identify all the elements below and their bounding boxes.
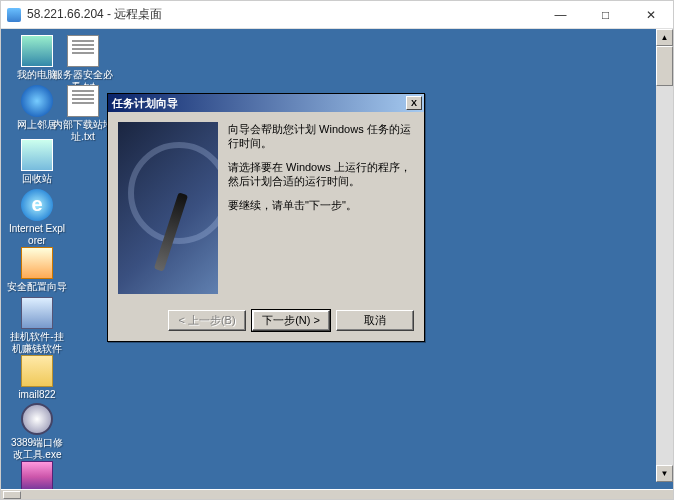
- dialog-title: 任务计划向导: [112, 96, 178, 111]
- scroll-up-button[interactable]: ▲: [656, 29, 673, 46]
- wizard-text: 向导会帮助您计划 Windows 任务的运行时间。 请选择要在 Windows …: [228, 122, 414, 294]
- remote-desktop[interactable]: 我的电脑服务器安全必看.txt网上邻居内部下载站地址.txt回收站Interne…: [1, 29, 673, 499]
- txt-icon: [67, 85, 99, 117]
- desktop-icon-label: 安全配置向导: [7, 281, 67, 293]
- recycle-icon: [21, 139, 53, 171]
- close-button[interactable]: ✕: [628, 1, 673, 28]
- dialog-buttons: < 上一步(B) 下一步(N) > 取消: [108, 304, 424, 341]
- desktop-icon[interactable]: 3389端口修改工具.exe: [7, 403, 67, 461]
- scroll-thumb[interactable]: [656, 46, 673, 86]
- wizard-image: [118, 122, 218, 294]
- fold-icon: [21, 355, 53, 387]
- titlebar[interactable]: 58.221.66.204 - 远程桌面 — □ ✕: [1, 1, 673, 29]
- desktop-icon-label: 挂机软件-挂机赚钱软件: [7, 331, 67, 355]
- task-scheduler-wizard-dialog: 任务计划向导 X 向导会帮助您计划 Windows 任务的运行时间。 请选择要在…: [107, 93, 425, 342]
- cancel-button[interactable]: 取消: [336, 310, 414, 331]
- net-icon: [21, 85, 53, 117]
- desktop-icon[interactable]: 回收站: [7, 139, 67, 185]
- desktop-icon-label: Internet Explorer: [7, 223, 67, 247]
- txt-icon: [67, 35, 99, 67]
- taskbar[interactable]: [1, 489, 673, 499]
- dialog-body: 向导会帮助您计划 Windows 任务的运行时间。 请选择要在 Windows …: [108, 112, 424, 304]
- desktop-icon-label: 回收站: [7, 173, 67, 185]
- next-button[interactable]: 下一步(N) >: [252, 310, 330, 331]
- desktop-icon[interactable]: 挂机软件-挂机赚钱软件: [7, 297, 67, 355]
- cog-icon: [21, 403, 53, 435]
- desktop-icon[interactable]: 内部下载站地址.txt: [53, 85, 113, 143]
- desktop-icon-label: 3389端口修改工具.exe: [7, 437, 67, 461]
- rdp-window: 58.221.66.204 - 远程桌面 — □ ✕ 我的电脑服务器安全必看.t…: [0, 0, 674, 500]
- dialog-close-button[interactable]: X: [406, 96, 422, 110]
- rdp-icon: [7, 8, 21, 22]
- window-title: 58.221.66.204 - 远程桌面: [27, 6, 162, 23]
- back-button: < 上一步(B): [168, 310, 246, 331]
- ie-icon: [21, 189, 53, 221]
- desktop-icon[interactable]: Internet Explorer: [7, 189, 67, 247]
- desktop-icon[interactable]: 安全配置向导: [7, 247, 67, 293]
- scroll-down-button[interactable]: ▼: [656, 465, 673, 482]
- vertical-scrollbar[interactable]: ▲ ▼: [656, 29, 673, 482]
- app-icon: [21, 297, 53, 329]
- wizard-text-line: 向导会帮助您计划 Windows 任务的运行时间。: [228, 122, 414, 150]
- wizard-text-line: 请选择要在 Windows 上运行的程序，然后计划合适的运行时间。: [228, 160, 414, 188]
- computer-icon: [21, 35, 53, 67]
- start-button[interactable]: [3, 491, 21, 499]
- wizard-text-line: 要继续，请单击"下一步"。: [228, 198, 414, 212]
- dialog-titlebar[interactable]: 任务计划向导 X: [108, 94, 424, 112]
- maximize-button[interactable]: □: [583, 1, 628, 28]
- sec-icon: [21, 247, 53, 279]
- desktop-icon[interactable]: imail822: [7, 355, 67, 401]
- minimize-button[interactable]: —: [538, 1, 583, 28]
- desktop-icon-label: imail822: [7, 389, 67, 401]
